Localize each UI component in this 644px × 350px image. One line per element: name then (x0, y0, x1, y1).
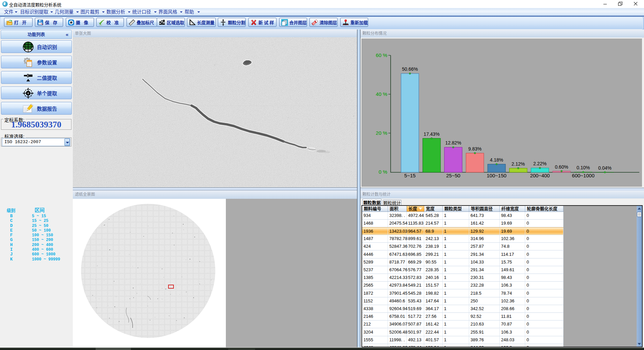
svg-text:5~15: 5~15 (404, 173, 416, 178)
svg-text:600~1000: 600~1000 (572, 173, 594, 178)
svg-text:9.83%: 9.83% (468, 146, 482, 152)
svg-text:12.82%: 12.82% (445, 140, 461, 145)
svg-text:0.04%: 0.04% (598, 165, 612, 171)
svg-text:25~50: 25~50 (446, 173, 460, 178)
svg-text:40 %: 40 % (376, 91, 387, 97)
svg-text:17.43%: 17.43% (424, 131, 439, 137)
svg-text:50.66%: 50.66% (402, 66, 418, 72)
svg-text:0.60%: 0.60% (555, 164, 568, 170)
svg-text:20 %: 20 % (376, 130, 387, 136)
svg-text:0.10%: 0.10% (577, 165, 590, 170)
svg-text:4.18%: 4.18% (490, 157, 503, 163)
svg-text:0 %: 0 % (379, 169, 387, 175)
svg-text:60 %: 60 % (376, 52, 387, 58)
svg-text:2.22%: 2.22% (533, 161, 547, 166)
svg-text:2.12%: 2.12% (511, 161, 525, 167)
svg-text:100~150: 100~150 (487, 173, 506, 178)
svg-text:200~400: 200~400 (530, 173, 550, 178)
